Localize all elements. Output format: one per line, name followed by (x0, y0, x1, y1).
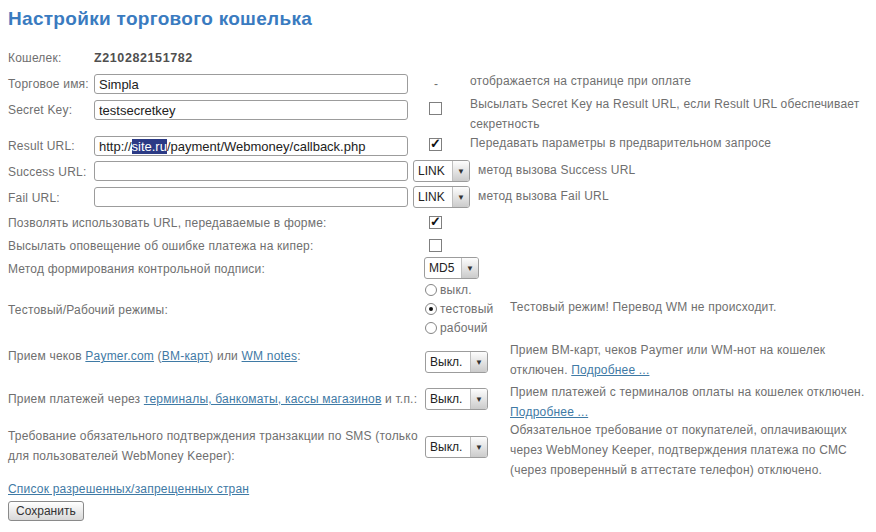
sms-desc: Обязательное требование от покупателей, … (510, 420, 876, 480)
secret-key-desc: Высылать Secret Key на Result URL, если … (470, 94, 870, 134)
terminals-label: Прием платежей через терминалы, банкомат… (8, 392, 417, 406)
success-url-method-select[interactable]: LINK▼ (413, 160, 470, 182)
result-url-label: Result URL: (8, 139, 75, 153)
paymer-com-link[interactable]: Paymer.com (85, 349, 154, 363)
wallet-number: Z210282151782 (94, 51, 193, 65)
wallet-label: Кошелек: (8, 51, 61, 65)
countries-list-link[interactable]: Список разрешенных/запрещенных стран (8, 482, 249, 496)
mode-radio-test[interactable] (425, 303, 437, 315)
error-notify-checkbox[interactable] (429, 239, 442, 252)
fail-url-label: Fail URL: (8, 191, 60, 205)
result-url-checkbox[interactable] (429, 138, 442, 151)
result-url-text-suffix: /payment/Webmoney/callback.php (167, 139, 365, 154)
wm-cards-link[interactable]: ВМ-карт (162, 349, 210, 363)
paymer-label-prefix: Прием чеков (8, 349, 85, 363)
fail-url-input[interactable] (94, 187, 408, 207)
paymer-label-mid2: ) или (209, 349, 241, 363)
paymer-more-link[interactable]: Подробнее ... (571, 363, 649, 377)
terminals-label-prefix: Прием платежей через (8, 392, 144, 406)
result-url-input[interactable]: http://site.ru/payment/Webmoney/callback… (94, 136, 408, 156)
terminals-desc: Прием платежей с терминалов оплаты на ко… (510, 382, 872, 422)
sign-method-label: Метод формирования контрольной подписи: (8, 262, 265, 276)
chevron-down-icon: ▼ (470, 389, 487, 409)
paymer-label-mid1: ( (154, 349, 162, 363)
result-url-selected-text: site.ru (132, 139, 167, 154)
mode-radio-test-label: тестовый (440, 302, 493, 316)
paymer-desc: Прием ВМ-карт, чеков Paymer или WM-нот н… (510, 340, 872, 380)
wm-notes-link[interactable]: WM notes (242, 349, 298, 363)
sign-method-value: MD5 (425, 261, 461, 275)
mode-radio-off[interactable] (425, 284, 437, 296)
chevron-down-icon: ▼ (470, 352, 487, 372)
trade-name-desc: отображается на странице при оплате (470, 71, 870, 91)
sign-method-select[interactable]: MD5▼ (424, 257, 479, 279)
trade-name-input[interactable] (94, 74, 408, 94)
trade-name-dash: - (434, 77, 438, 91)
terminals-select-value: Выкл. (426, 392, 470, 406)
mode-label: Тестовый/Рабочий режимы: (8, 303, 168, 317)
chevron-down-icon: ▼ (452, 187, 469, 207)
allow-form-urls-checkbox[interactable] (429, 216, 442, 229)
terminals-desc-text: Прием платежей с терминалов оплаты на ко… (510, 385, 864, 399)
paymer-label: Прием чеков Paymer.com (ВМ-карт) или WM … (8, 349, 301, 363)
mode-radio-off-label: выкл. (440, 283, 472, 297)
paymer-desc-text: Прием ВМ-карт, чеков Paymer или WM-нот н… (510, 343, 825, 377)
page-title: Настройки торгового кошелька (8, 8, 312, 30)
mode-radio-work-label: рабочий (440, 321, 488, 335)
terminals-more-link[interactable]: Подробнее ... (510, 405, 588, 419)
fail-url-desc: метод вызова Fail URL (478, 186, 609, 206)
wallet-settings-page: Настройки торгового кошелька Кошелек: Z2… (0, 0, 876, 532)
success-url-input[interactable] (94, 161, 408, 181)
paymer-select[interactable]: Выкл.▼ (425, 351, 488, 373)
sms-select-value: Выкл. (426, 440, 470, 454)
result-url-text-prefix: http:// (99, 139, 132, 154)
sms-select[interactable]: Выкл.▼ (425, 436, 488, 458)
paymer-select-value: Выкл. (426, 355, 470, 369)
fail-url-method-select[interactable]: LINK▼ (413, 186, 470, 208)
secret-key-checkbox[interactable] (429, 102, 442, 115)
mode-radio-work[interactable] (425, 322, 437, 334)
allow-form-urls-label: Позволять использовать URL, передаваемые… (8, 216, 327, 230)
save-button[interactable]: Сохранить (8, 501, 84, 521)
sms-label: Требование обязательного подтверждения т… (8, 426, 420, 466)
chevron-down-icon: ▼ (470, 437, 487, 457)
terminals-select[interactable]: Выкл.▼ (425, 388, 488, 410)
secret-key-label: Secret Key: (8, 103, 72, 117)
mode-desc: Тестовый режим! Перевод WM не происходит… (510, 297, 776, 317)
trade-name-label: Торговое имя: (8, 77, 89, 91)
paymer-label-suffix: : (297, 349, 301, 363)
result-url-desc: Передавать параметры в предварительном з… (470, 133, 870, 153)
terminals-link[interactable]: терминалы, банкоматы, кассы магазинов (144, 392, 382, 406)
success-url-desc: метод вызова Success URL (478, 160, 635, 180)
fail-url-method-value: LINK (414, 190, 452, 204)
success-url-method-value: LINK (414, 164, 452, 178)
chevron-down-icon: ▼ (461, 258, 478, 278)
terminals-label-suffix: и т.п.: (382, 392, 418, 406)
secret-key-input[interactable] (94, 100, 408, 120)
success-url-label: Success URL: (8, 165, 86, 179)
chevron-down-icon: ▼ (452, 161, 469, 181)
error-notify-label: Высылать оповещение об ошибке платежа на… (8, 239, 313, 253)
